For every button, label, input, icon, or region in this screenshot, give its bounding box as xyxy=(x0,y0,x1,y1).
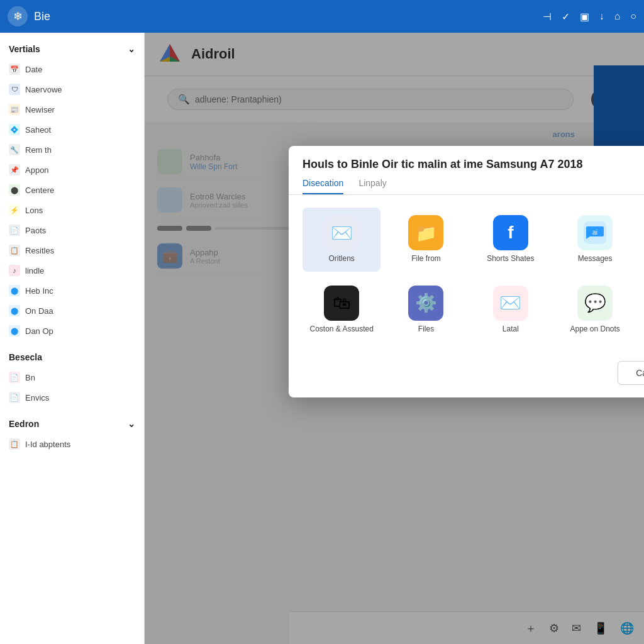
icon-box-7: ⚙️ xyxy=(408,286,443,321)
lindle-icon: ♪ xyxy=(9,265,20,276)
bn-icon: 📄 xyxy=(9,372,20,383)
sidebar-section-besecla: Besecla xyxy=(0,347,144,367)
icon-label-1: File from xyxy=(411,254,441,264)
resitles-icon: 📋 xyxy=(9,245,20,256)
icon-item-0[interactable]: ✉️Oritlens xyxy=(303,208,380,272)
icon-item-7[interactable]: ⚙️Files xyxy=(387,278,465,342)
icon-label-8: Latal xyxy=(502,325,519,335)
sidebar-item-bn[interactable]: 📄 Bn xyxy=(0,367,144,387)
icon-grid: ✉️Oritlens📁File fromfShorts Shates ai Me… xyxy=(289,195,644,354)
sidebar-item-remth[interactable]: 🔧 Rem th xyxy=(0,140,144,160)
sidebar-item-iid[interactable]: 📋 I-Id abptents xyxy=(0,434,144,454)
icon-item-6[interactable]: 🛍Coston & Assusted xyxy=(303,278,380,342)
svg-text:ai: ai xyxy=(592,229,597,236)
top-bar: ❄ Bie ⊣ ✓ ▣ ↓ ⌂ ○ xyxy=(0,0,644,33)
saheot-icon: 💠 xyxy=(9,124,20,135)
icon-label-6: Coston & Assusted xyxy=(309,325,373,335)
icon-label-7: Files xyxy=(418,325,434,335)
naervowe-icon: 🛡 xyxy=(9,84,20,95)
appon-icon: 📌 xyxy=(9,164,20,175)
sidebar-item-dan-op[interactable]: ⬤ Dan Op xyxy=(0,321,144,341)
sidebar-item-on-daa[interactable]: ⬤ On Daa xyxy=(0,301,144,321)
main-layout: Vertials ⌄ 📅 Date 🛡 Naervowe 📰 Newiser 💠… xyxy=(0,33,644,644)
icon-label-2: Shorts Shates xyxy=(487,254,534,264)
icon-box-2: f xyxy=(493,215,528,250)
danop-icon: ⬤ xyxy=(9,325,20,336)
sidebar-item-heb-inc[interactable]: ⬤ Heb Inc xyxy=(0,280,144,301)
sidebar-section-vertials[interactable]: Vertials ⌄ xyxy=(0,39,144,59)
icon-box-6: 🛍 xyxy=(324,286,359,321)
content-area: Aidroil 🔍 ✏ arons Pahhofa Wille Spn Fort… xyxy=(145,33,644,644)
ondaa-icon: ⬤ xyxy=(9,305,20,316)
remth-icon: 🔧 xyxy=(9,144,20,155)
sidebar-item-lons[interactable]: ⚡ Lons xyxy=(0,200,144,220)
tab-disecation[interactable]: Disecation xyxy=(303,178,343,194)
sidebar-item-envics[interactable]: 📄 Envics xyxy=(0,387,144,408)
newiser-icon: 📰 xyxy=(9,104,20,115)
top-bar-icons: ⊣ ✓ ▣ ↓ ⌂ ○ xyxy=(543,11,636,23)
dialog: Houls to Binle Oir tic malin at ime Sams… xyxy=(289,146,644,397)
sidebar-item-naervowe[interactable]: 🛡 Naervowe xyxy=(0,79,144,99)
icon-label-0: Oritlens xyxy=(328,254,354,264)
sidebar-item-saheot[interactable]: 💠 Saheot xyxy=(0,119,144,140)
icon-label-9: Appe on Dnots xyxy=(570,325,619,335)
sidebar-item-lindle[interactable]: ♪ lindle xyxy=(0,260,144,280)
sidebar-item-resitles[interactable]: 📋 Resitles xyxy=(0,240,144,260)
sidebar-item-centere[interactable]: ⬤ Centere xyxy=(0,180,144,200)
icon-item-10[interactable]: 💻Reslions xyxy=(640,278,644,342)
icon-box-0: ✉️ xyxy=(324,215,359,250)
centere-icon: ⬤ xyxy=(9,184,20,196)
cancel-button[interactable]: Cancel xyxy=(618,361,644,385)
iid-icon: 📋 xyxy=(9,438,20,450)
icon-circle[interactable]: ○ xyxy=(630,11,636,23)
date-icon: 📅 xyxy=(9,64,20,75)
icon-check[interactable]: ✓ xyxy=(562,11,570,23)
sidebar-item-date[interactable]: 📅 Date xyxy=(0,59,144,79)
icon-item-3[interactable]: ai Messages xyxy=(556,208,634,272)
sidebar-item-paots[interactable]: 📄 Paots xyxy=(0,220,144,240)
icon-box-8: ✉️ xyxy=(493,286,528,321)
heb-icon: ⬤ xyxy=(9,285,20,296)
dialog-header: Houls to Binle Oir tic malin at ime Sams… xyxy=(289,146,644,172)
icon-item-2[interactable]: fShorts Shates xyxy=(472,208,550,272)
app-title: Bie xyxy=(34,10,50,23)
icon-screen[interactable]: ▣ xyxy=(580,11,589,23)
sidebar: Vertials ⌄ 📅 Date 🛡 Naervowe 📰 Newiser 💠… xyxy=(0,33,145,644)
icon-pin[interactable]: ⊣ xyxy=(543,11,552,23)
sidebar-section-eedron[interactable]: Eedron ⌄ xyxy=(0,414,144,434)
app-logo: ❄ xyxy=(8,6,28,26)
icon-box-3: ai xyxy=(577,215,613,250)
dialog-tabs: Disecation Linpaly xyxy=(289,172,644,195)
icon-item-1[interactable]: 📁File from xyxy=(387,208,465,272)
icon-label-3: Messages xyxy=(578,254,613,264)
icon-download[interactable]: ↓ xyxy=(599,11,604,23)
tab-linpaly[interactable]: Linpaly xyxy=(358,178,386,194)
sidebar-item-newiser[interactable]: 📰 Newiser xyxy=(0,99,144,119)
dialog-footer: Cancel Please Bylling firte xyxy=(289,355,644,397)
dialog-title: Houls to Binle Oir tic malin at ime Sams… xyxy=(303,157,582,172)
icon-item-4[interactable]: M Contact xyxy=(640,208,644,272)
chevron-down-icon: ⌄ xyxy=(128,44,135,54)
sidebar-item-appon[interactable]: 📌 Appon xyxy=(0,160,144,180)
chevron-down-icon-2: ⌄ xyxy=(128,419,135,429)
paots-icon: 📄 xyxy=(9,225,20,236)
icon-box-9: 💬 xyxy=(577,286,613,321)
icon-item-9[interactable]: 💬Appe on Dnots xyxy=(556,278,634,342)
icon-home[interactable]: ⌂ xyxy=(614,11,621,23)
envics-icon: 📄 xyxy=(9,392,20,403)
icon-item-8[interactable]: ✉️Latal xyxy=(472,278,550,342)
lons-icon: ⚡ xyxy=(9,204,20,216)
icon-box-1: 📁 xyxy=(408,215,443,250)
